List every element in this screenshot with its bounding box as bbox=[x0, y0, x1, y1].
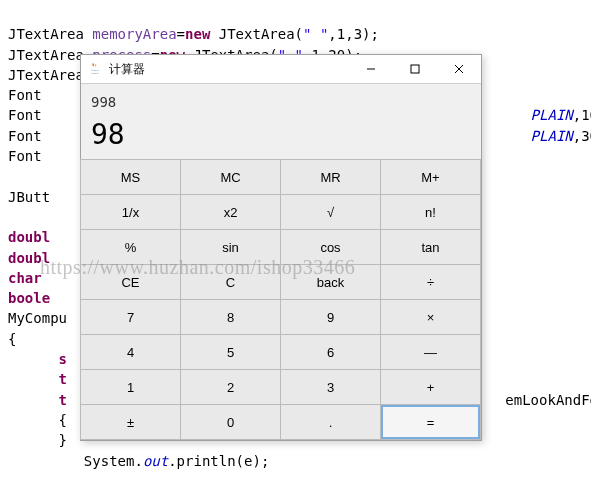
sin-button[interactable]: sin bbox=[180, 229, 281, 265]
decimal-button[interactable]: . bbox=[280, 404, 381, 440]
digit-1-button[interactable]: 1 bbox=[80, 369, 181, 405]
minimize-button[interactable] bbox=[349, 55, 393, 83]
digit-8-button[interactable]: 8 bbox=[180, 299, 281, 335]
percent-button[interactable]: % bbox=[80, 229, 181, 265]
reciprocal-button[interactable]: 1/x bbox=[80, 194, 181, 230]
memory-display: 998 bbox=[81, 84, 481, 116]
plus-button[interactable]: + bbox=[380, 369, 481, 405]
square-button[interactable]: x2 bbox=[180, 194, 281, 230]
sqrt-button[interactable]: √ bbox=[280, 194, 381, 230]
minus-button[interactable]: — bbox=[380, 334, 481, 370]
factorial-button[interactable]: n! bbox=[380, 194, 481, 230]
tan-button[interactable]: tan bbox=[380, 229, 481, 265]
mem-clear-button[interactable]: MC bbox=[180, 159, 281, 195]
result-display: 98 bbox=[81, 116, 481, 159]
close-button[interactable] bbox=[437, 55, 481, 83]
digit-3-button[interactable]: 3 bbox=[280, 369, 381, 405]
digit-6-button[interactable]: 6 bbox=[280, 334, 381, 370]
digit-4-button[interactable]: 4 bbox=[80, 334, 181, 370]
window-title: 计算器 bbox=[109, 61, 349, 78]
digit-9-button[interactable]: 9 bbox=[280, 299, 381, 335]
calculator-window: 计算器 998 98 MSMCMRM+1/xx2√n!%sincostanCEC… bbox=[80, 54, 482, 441]
mem-add-button[interactable]: M+ bbox=[380, 159, 481, 195]
negate-button[interactable]: ± bbox=[80, 404, 181, 440]
digit-5-button[interactable]: 5 bbox=[180, 334, 281, 370]
svg-rect-1 bbox=[411, 65, 419, 73]
digit-0-button[interactable]: 0 bbox=[180, 404, 281, 440]
clear-entry-button[interactable]: CE bbox=[80, 264, 181, 300]
backspace-button[interactable]: back bbox=[280, 264, 381, 300]
maximize-button[interactable] bbox=[393, 55, 437, 83]
multiply-button[interactable]: × bbox=[380, 299, 481, 335]
clear-button[interactable]: C bbox=[180, 264, 281, 300]
cos-button[interactable]: cos bbox=[280, 229, 381, 265]
equals-button[interactable]: = bbox=[380, 404, 481, 440]
java-icon bbox=[87, 61, 103, 77]
digit-7-button[interactable]: 7 bbox=[80, 299, 181, 335]
mem-store-button[interactable]: MS bbox=[80, 159, 181, 195]
mem-recall-button[interactable]: MR bbox=[280, 159, 381, 195]
titlebar[interactable]: 计算器 bbox=[81, 55, 481, 84]
button-grid: MSMCMRM+1/xx2√n!%sincostanCECback÷789×45… bbox=[81, 159, 481, 440]
divide-button[interactable]: ÷ bbox=[380, 264, 481, 300]
digit-2-button[interactable]: 2 bbox=[180, 369, 281, 405]
